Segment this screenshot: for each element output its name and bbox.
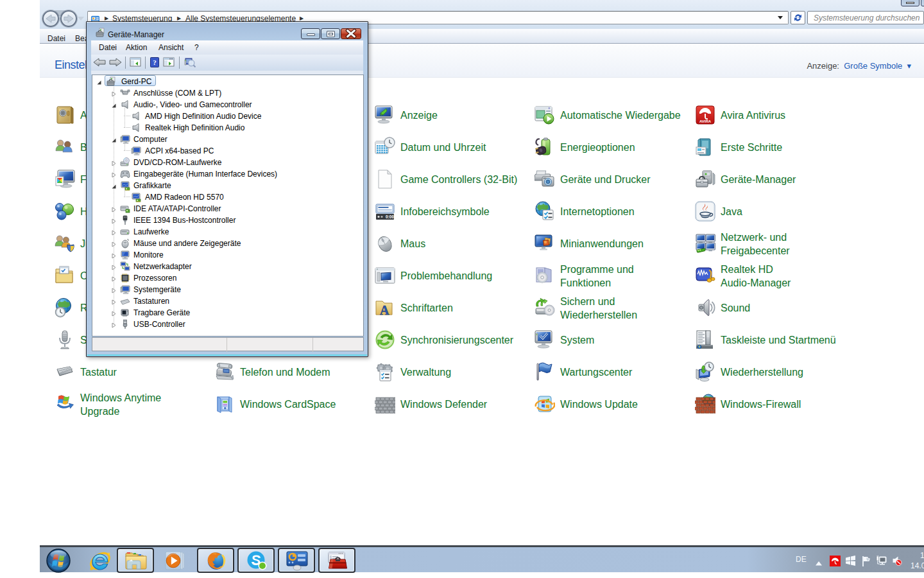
svg-text:AVIRA: AVIRA <box>699 119 712 123</box>
svg-text:A: A <box>380 303 389 317</box>
svg-text:0:00: 0:00 <box>386 215 394 219</box>
svg-text:?: ? <box>153 58 157 66</box>
